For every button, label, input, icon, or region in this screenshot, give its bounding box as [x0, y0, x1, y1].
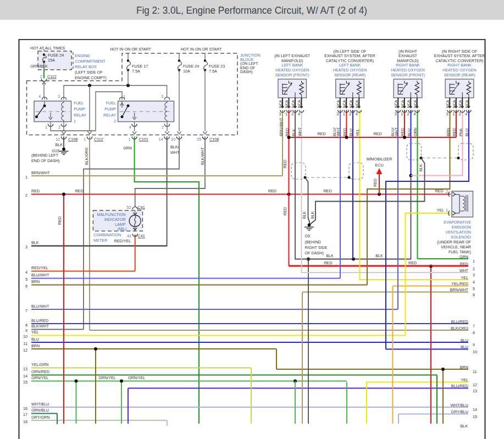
svg-text:1: 1	[74, 119, 76, 124]
svg-text:VENTILATION: VENTILATION	[445, 230, 471, 235]
svg-text:4: 4	[465, 112, 467, 116]
svg-text:BLK: BLK	[291, 129, 296, 136]
svg-text:ECU: ECU	[375, 163, 383, 168]
svg-text:BLK/WHT: BLK/WHT	[31, 324, 49, 329]
svg-text:5: 5	[473, 286, 475, 291]
svg-text:7: 7	[473, 324, 475, 329]
svg-text:(MIL): (MIL)	[118, 226, 127, 231]
svg-text:BLK: BLK	[310, 211, 315, 219]
svg-text:3: 3	[446, 112, 448, 116]
svg-text:NCA: NCA	[336, 100, 340, 108]
svg-text:(LEFT SIDE OF: (LEFT SIDE OF	[75, 70, 103, 75]
svg-text:4: 4	[298, 112, 300, 116]
svg-text:BLK/ORG: BLK/ORG	[84, 147, 89, 165]
svg-text:16: 16	[23, 406, 27, 411]
svg-text:25: 25	[197, 137, 201, 142]
svg-text:2: 2	[292, 112, 294, 116]
svg-text:2: 2	[162, 125, 164, 130]
svg-text:HOT IN ON OR START: HOT IN ON OR START	[110, 47, 151, 52]
svg-text:1: 1	[25, 175, 27, 180]
svg-text:NCA: NCA	[297, 100, 301, 108]
svg-text:BLK: BLK	[460, 424, 468, 429]
svg-text:2: 2	[349, 112, 351, 116]
svg-text:RED: RED	[75, 188, 83, 193]
svg-text:(UNDER REAR OF: (UNDER REAR OF	[437, 240, 472, 244]
svg-text:YEL: YEL	[31, 330, 39, 335]
svg-text:2: 2	[58, 125, 60, 130]
svg-text:NCA: NCA	[407, 100, 411, 108]
svg-text:RED/YEL: RED/YEL	[114, 238, 131, 243]
svg-text:NCA: NCA	[285, 100, 289, 108]
svg-text:GRN/YEL: GRN/YEL	[98, 375, 116, 380]
svg-text:1: 1	[285, 112, 287, 116]
svg-text:NCA: NCA	[452, 100, 456, 108]
svg-text:BLU/WHT: BLU/WHT	[31, 304, 49, 309]
svg-text:1: 1	[401, 112, 403, 116]
svg-text:(BEHIND LEFT: (BEHIND LEFT	[31, 153, 59, 158]
svg-text:7.5A: 7.5A	[132, 69, 140, 74]
svg-text:SENSOR (FRONT): SENSOR (FRONT)	[275, 73, 309, 77]
svg-text:RED: RED	[323, 188, 331, 193]
svg-text:BLU: BLU	[348, 129, 353, 136]
svg-text:RED: RED	[268, 188, 276, 193]
svg-text:OF DASH): OF DASH)	[305, 251, 324, 255]
svg-text:RED: RED	[317, 131, 325, 136]
svg-text:GRN/BLK: GRN/BLK	[30, 64, 48, 69]
svg-text:ENGINE: ENGINE	[75, 53, 90, 58]
svg-text:1: 1	[452, 112, 455, 116]
svg-text:BLK/: BLK/	[170, 145, 179, 149]
svg-text:18: 18	[23, 419, 27, 424]
svg-text:FUSE 24: FUSE 24	[48, 53, 64, 58]
svg-text:15: 15	[23, 380, 27, 385]
svg-text:GRN/YEL: GRN/YEL	[128, 375, 146, 380]
svg-text:3: 3	[161, 94, 163, 99]
svg-text:INDICATOR: INDICATOR	[104, 217, 126, 222]
svg-text:1: 1	[129, 137, 131, 142]
svg-text:WHT: WHT	[336, 127, 341, 136]
svg-text:3: 3	[336, 112, 339, 116]
svg-text:3: 3	[279, 112, 281, 116]
svg-text:YEL: YEL	[355, 129, 360, 136]
svg-text:NCA: NCA	[458, 100, 462, 108]
svg-text:FUSE 24: FUSE 24	[183, 64, 199, 69]
svg-text:9: 9	[25, 328, 27, 333]
svg-text:NCA: NCA	[279, 100, 283, 108]
svg-text:C41: C41	[138, 205, 145, 210]
svg-text:3: 3	[473, 273, 475, 277]
svg-text:2: 2	[459, 112, 461, 116]
svg-text:RED: RED	[285, 128, 290, 136]
svg-text:BLK: BLK	[375, 253, 383, 258]
svg-text:RED: RED	[324, 260, 332, 265]
svg-text:12: 12	[23, 348, 27, 353]
svg-text:IMMOBILIZER: IMMOBILIZER	[367, 157, 392, 162]
svg-text:5: 5	[25, 277, 27, 282]
svg-text:YEL/GRN: YEL/GRN	[31, 362, 49, 367]
svg-text:BLK/WHT: BLK/WHT	[200, 147, 205, 165]
svg-text:11: 11	[56, 137, 60, 142]
svg-text:COMBINATION: COMBINATION	[93, 232, 121, 237]
svg-text:END OF DASH): END OF DASH)	[31, 158, 60, 163]
svg-text:C108: C108	[68, 137, 77, 142]
svg-text:1: 1	[45, 125, 47, 130]
svg-text:NCA: NCA	[465, 100, 469, 108]
svg-text:DASH): DASH)	[240, 69, 252, 74]
svg-text:RELAY BOX: RELAY BOX	[75, 64, 97, 69]
svg-text:NCA: NCA	[355, 100, 359, 108]
svg-text:13: 13	[473, 388, 477, 393]
svg-text:ENGINE COMPT): ENGINE COMPT)	[75, 75, 107, 80]
svg-text:WHT: WHT	[394, 127, 399, 136]
svg-text:15A: 15A	[48, 58, 55, 63]
svg-text:RED: RED	[31, 188, 40, 193]
svg-text:BLK: BLK	[31, 240, 39, 245]
svg-text:SENSOR (REAR): SENSOR (REAR)	[444, 73, 475, 77]
svg-text:EMISSION: EMISSION	[452, 225, 471, 230]
svg-text:1: 1	[343, 112, 345, 116]
svg-text:BRN/WHT: BRN/WHT	[31, 170, 50, 175]
svg-text:NCA: NCA	[446, 100, 450, 108]
svg-text:VEHICLE, NEAR: VEHICLE, NEAR	[441, 244, 471, 249]
svg-text:2: 2	[25, 193, 27, 198]
svg-text:12: 12	[473, 382, 477, 387]
svg-text:2: 2	[446, 189, 448, 194]
svg-text:SENSOR (REAR): SENSOR (REAR)	[334, 73, 365, 77]
svg-text:BLU: BLU	[461, 338, 468, 343]
